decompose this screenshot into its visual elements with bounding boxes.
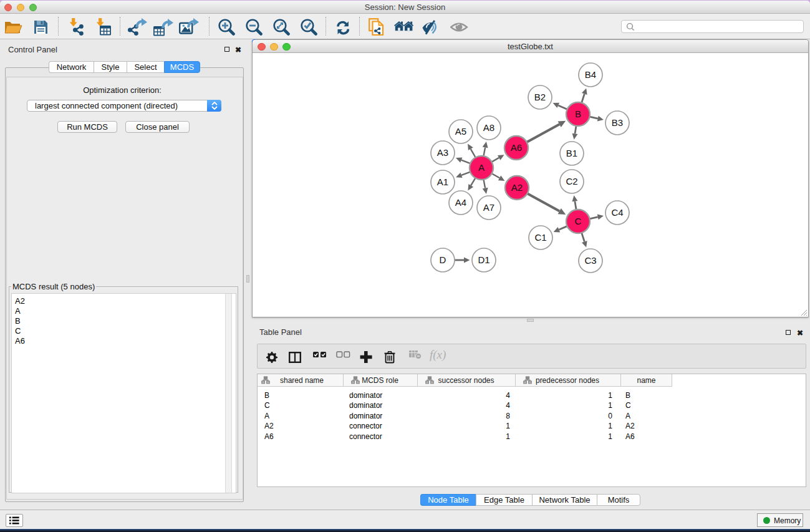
svg-text:B2: B2	[534, 92, 546, 102]
svg-text:C1: C1	[534, 232, 546, 243]
svg-text:B1: B1	[566, 148, 577, 158]
svg-text:A5: A5	[455, 126, 466, 137]
svg-text:A4: A4	[455, 197, 466, 208]
svg-text:A7: A7	[483, 202, 494, 213]
svg-text:C3: C3	[584, 255, 596, 266]
svg-text:B3: B3	[612, 117, 623, 128]
svg-text:C2: C2	[566, 176, 577, 186]
svg-text:B: B	[575, 109, 581, 119]
svg-text:A2: A2	[511, 182, 523, 193]
svg-text:B4: B4	[585, 69, 596, 80]
svg-text:D: D	[440, 254, 446, 265]
svg-text:A6: A6	[511, 142, 522, 153]
svg-text:A8: A8	[483, 122, 494, 133]
svg-text:A: A	[478, 162, 485, 173]
svg-text:C4: C4	[611, 207, 623, 218]
svg-text:A3: A3	[437, 147, 448, 158]
svg-text:C: C	[575, 216, 582, 226]
svg-text:D1: D1	[478, 254, 489, 265]
svg-text:A1: A1	[437, 177, 448, 187]
